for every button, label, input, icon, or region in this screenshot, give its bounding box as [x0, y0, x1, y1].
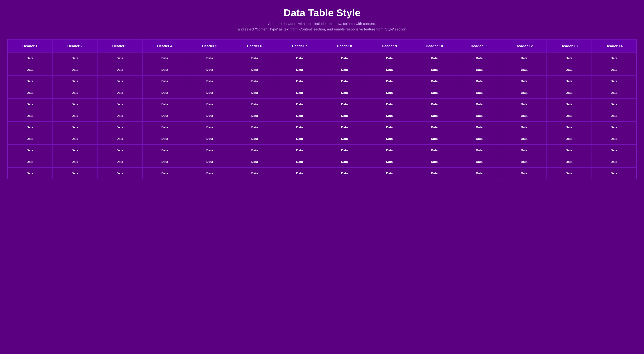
table-cell-r9-c9: Data	[367, 145, 412, 156]
table-cell-r4-c7: Data	[277, 87, 322, 99]
table-cell-r8-c2: Data	[52, 133, 98, 145]
table-cell-r8-c7: Data	[277, 133, 322, 145]
header-cell-8: Header 8	[322, 40, 367, 53]
table-cell-r8-c5: Data	[187, 133, 232, 145]
table-cell-r5-c8: Data	[322, 99, 367, 110]
table-cell-r3-c12: Data	[502, 76, 547, 87]
page-title: Data Table Style	[5, 7, 639, 19]
table-cell-r8-c13: Data	[547, 133, 592, 145]
table-cell-r10-c7: Data	[277, 156, 322, 168]
table-cell-r3-c1: Data	[8, 76, 53, 87]
table-cell-r6-c1: Data	[8, 110, 53, 122]
table-cell-r3-c5: Data	[187, 76, 232, 87]
table-cell-r1-c8: Data	[322, 53, 367, 64]
table-cell-r1-c14: Data	[592, 53, 636, 64]
table-cell-r8-c3: Data	[98, 133, 142, 145]
table-cell-r9-c3: Data	[98, 145, 142, 156]
table-cell-r8-c14: Data	[592, 133, 636, 145]
table-cell-r5-c9: Data	[367, 99, 412, 110]
table-cell-r5-c12: Data	[502, 99, 547, 110]
table-cell-r2-c7: Data	[277, 64, 322, 76]
table-cell-r4-c14: Data	[592, 87, 636, 99]
table-cell-r5-c4: Data	[142, 99, 187, 110]
table-cell-r10-c9: Data	[367, 156, 412, 168]
table-cell-r7-c14: Data	[592, 122, 636, 133]
table-cell-r9-c6: Data	[232, 145, 277, 156]
table-cell-r1-c4: Data	[142, 53, 187, 64]
table-cell-r4-c4: Data	[142, 87, 187, 99]
table-cell-r3-c7: Data	[277, 76, 322, 87]
table-cell-r8-c6: Data	[232, 133, 277, 145]
table-cell-r11-c14: Data	[592, 168, 636, 179]
table-cell-r6-c13: Data	[547, 110, 592, 122]
table-cell-r6-c5: Data	[187, 110, 232, 122]
table-cell-r7-c3: Data	[98, 122, 142, 133]
header-cell-6: Header 6	[232, 40, 277, 53]
table-cell-r11-c12: Data	[502, 168, 547, 179]
data-table: Header 1Header 2Header 3Header 4Header 5…	[8, 39, 636, 179]
page-header: Data Table Style Add table headers with …	[5, 5, 639, 32]
table-cell-r2-c6: Data	[232, 64, 277, 76]
table-cell-r11-c10: Data	[412, 168, 457, 179]
table-cell-r2-c3: Data	[98, 64, 142, 76]
table-cell-r9-c7: Data	[277, 145, 322, 156]
table-cell-r7-c1: Data	[8, 122, 53, 133]
table-cell-r11-c11: Data	[457, 168, 502, 179]
table-cell-r7-c12: Data	[502, 122, 547, 133]
table-cell-r11-c9: Data	[367, 168, 412, 179]
table-cell-r10-c8: Data	[322, 156, 367, 168]
table-cell-r4-c1: Data	[8, 87, 53, 99]
table-cell-r2-c8: Data	[322, 64, 367, 76]
table-cell-r11-c2: Data	[52, 168, 98, 179]
table-cell-r5-c10: Data	[412, 99, 457, 110]
table-cell-r9-c14: Data	[592, 145, 636, 156]
table-cell-r9-c10: Data	[412, 145, 457, 156]
table-row: DataDataDataDataDataDataDataDataDataData…	[8, 87, 636, 99]
table-cell-r9-c5: Data	[187, 145, 232, 156]
table-cell-r6-c7: Data	[277, 110, 322, 122]
table-cell-r5-c7: Data	[277, 99, 322, 110]
header-cell-1: Header 1	[8, 40, 53, 53]
table-cell-r8-c11: Data	[457, 133, 502, 145]
table-row: DataDataDataDataDataDataDataDataDataData…	[8, 110, 636, 122]
table-cell-r4-c6: Data	[232, 87, 277, 99]
table-cell-r2-c5: Data	[187, 64, 232, 76]
table-row: DataDataDataDataDataDataDataDataDataData…	[8, 145, 636, 156]
header-row: Header 1Header 2Header 3Header 4Header 5…	[8, 40, 636, 53]
table-cell-r5-c13: Data	[547, 99, 592, 110]
table-container: Header 1Header 2Header 3Header 4Header 5…	[7, 39, 637, 180]
table-cell-r11-c6: Data	[232, 168, 277, 179]
table-cell-r2-c12: Data	[502, 64, 547, 76]
header-cell-2: Header 2	[52, 40, 98, 53]
table-row: DataDataDataDataDataDataDataDataDataData…	[8, 133, 636, 145]
table-cell-r8-c8: Data	[322, 133, 367, 145]
table-cell-r10-c6: Data	[232, 156, 277, 168]
table-cell-r6-c6: Data	[232, 110, 277, 122]
table-cell-r3-c4: Data	[142, 76, 187, 87]
table-cell-r2-c10: Data	[412, 64, 457, 76]
table-cell-r9-c4: Data	[142, 145, 187, 156]
table-cell-r3-c14: Data	[592, 76, 636, 87]
header-cell-3: Header 3	[98, 40, 142, 53]
table-cell-r2-c11: Data	[457, 64, 502, 76]
table-row: DataDataDataDataDataDataDataDataDataData…	[8, 168, 636, 179]
table-cell-r3-c10: Data	[412, 76, 457, 87]
table-cell-r3-c13: Data	[547, 76, 592, 87]
table-cell-r7-c8: Data	[322, 122, 367, 133]
table-cell-r6-c9: Data	[367, 110, 412, 122]
table-cell-r10-c3: Data	[98, 156, 142, 168]
table-cell-r9-c2: Data	[52, 145, 98, 156]
table-cell-r10-c1: Data	[8, 156, 53, 168]
table-cell-r11-c13: Data	[547, 168, 592, 179]
table-cell-r4-c5: Data	[187, 87, 232, 99]
table-cell-r8-c12: Data	[502, 133, 547, 145]
table-cell-r6-c14: Data	[592, 110, 636, 122]
table-cell-r5-c1: Data	[8, 99, 53, 110]
table-cell-r3-c8: Data	[322, 76, 367, 87]
table-cell-r7-c10: Data	[412, 122, 457, 133]
table-cell-r1-c12: Data	[502, 53, 547, 64]
table-body: DataDataDataDataDataDataDataDataDataData…	[8, 53, 636, 179]
table-cell-r3-c9: Data	[367, 76, 412, 87]
table-cell-r6-c10: Data	[412, 110, 457, 122]
table-row: DataDataDataDataDataDataDataDataDataData…	[8, 156, 636, 168]
